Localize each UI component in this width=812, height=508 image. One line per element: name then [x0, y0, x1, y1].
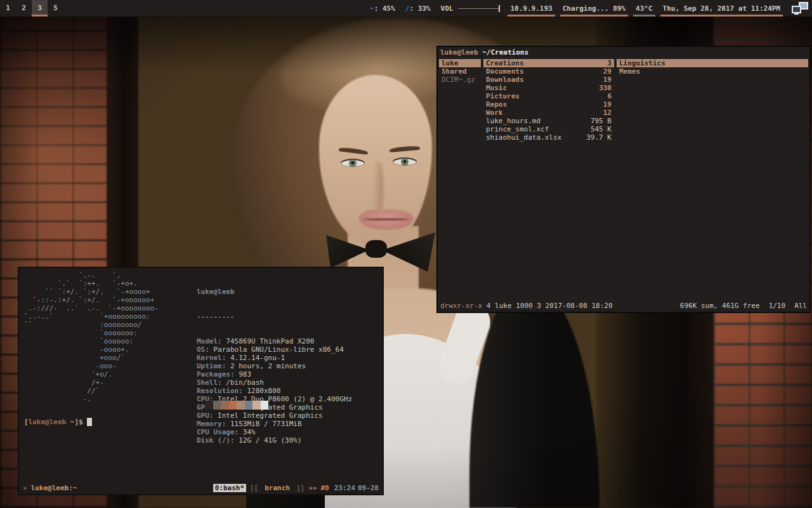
ranger-list-item[interactable]: luke: [439, 59, 481, 67]
battery-status: Charging... 89%: [558, 0, 631, 17]
ranger-entry-name: Documents: [486, 67, 524, 76]
ranger-entry-name: luke: [442, 59, 459, 67]
neofetch-info-line: Packages: 983: [197, 370, 352, 378]
ranger-position: 1/10: [769, 302, 786, 310]
neofetch-value: 34%: [239, 428, 256, 436]
ranger-status-right: 696K sum, 461G free1/10All: [680, 302, 807, 311]
ranger-list-item[interactable]: Documents29: [483, 67, 614, 76]
palette-swatch-0: [205, 401, 213, 410]
ranger-list-item[interactable]: Work12: [483, 109, 614, 117]
monitor-icon-stand: [794, 13, 799, 15]
neofetch-value: 12G / 41G (30%): [235, 436, 302, 444]
ranger-list-item[interactable]: Shared: [439, 67, 481, 76]
neofetch-info-line: Uptime: 2 hours, 2 minutes: [197, 362, 352, 370]
ranger-list-item[interactable]: prince_smol.xcf545 K: [483, 125, 614, 133]
ranger-title-user: luke@leeb: [440, 48, 482, 57]
neofetch-label: Shell:: [197, 378, 222, 387]
ranger-entry-name: Pictures: [486, 92, 520, 100]
neofetch-value: 2 hours, 2 minutes: [226, 362, 306, 370]
neofetch-label: CPU Usage:: [197, 428, 239, 436]
ranger-entry-name: shiaohui_data.xlsx: [486, 133, 561, 142]
palette-swatch-1: [213, 401, 221, 410]
ranger-entry-info: 795 B: [591, 117, 612, 125]
ranger-list-item[interactable]: luke_hours.md795 B: [483, 117, 614, 125]
neofetch-lines: Model: 745869U ThinkPad X200OS: Parabola…: [197, 337, 352, 444]
ranger-list-item[interactable]: Linguistics: [617, 59, 808, 67]
ranger-list-item[interactable]: Creations3: [483, 59, 614, 67]
neofetch-title: luke@leeb: [197, 288, 352, 296]
ranger-entry-name: Repos: [486, 100, 507, 109]
neofetch-label: Uptime:: [197, 362, 226, 370]
neofetch-info-line: Model: 745869U ThinkPad X200: [197, 337, 352, 345]
ranger-preview-column: LinguisticsMemes: [617, 59, 808, 142]
prompt-dollar: $: [79, 418, 83, 426]
ranger-entry-info: 330: [599, 84, 612, 92]
tmux-session-name: luke@leeb:~: [31, 484, 77, 492]
neofetch-value: 745869U ThinkPad X200: [222, 337, 315, 345]
ranger-list-item[interactable]: Repos19: [483, 100, 614, 109]
status-bar: 1235 ~: 45% /: 33% VOL 10.9.9.193 Chargi…: [0, 0, 812, 17]
neofetch-value: /bin/bash: [222, 378, 264, 387]
neofetch-info-line: Disk (/): 12G / 41G (30%): [197, 436, 352, 444]
neofetch-value: 983: [235, 370, 252, 378]
neofetch-label: Kernel:: [197, 354, 226, 362]
ranger-entry-info: 6: [607, 92, 612, 100]
tmux-pane-index: #0: [321, 484, 329, 492]
root-disk-usage: /: 33%: [400, 0, 436, 17]
neofetch-info-line: Memory: 1153MiB / 7731MiB: [197, 420, 352, 428]
workspace-tags: 1235: [0, 0, 63, 17]
ranger-dir-sum: 696K sum, 461G free: [680, 302, 760, 310]
volume-slider-handle[interactable]: [499, 5, 500, 12]
palette-swatch-3: [229, 401, 237, 410]
neofetch-label: Memory:: [197, 420, 226, 428]
ranger-status-left: drwxr-xr-x 4 luke 1000 3 2017-08-08 18:2…: [440, 302, 613, 311]
workspace-tag-2[interactable]: 2: [16, 0, 32, 17]
ranger-entry-info: 545 K: [591, 125, 612, 133]
neofetch-info-line: CPU Usage: 34%: [197, 428, 352, 436]
ranger-status-bar: drwxr-xr-x 4 luke 1000 3 2017-08-08 18:2…: [440, 302, 807, 311]
neofetch-title-underline: ---------: [197, 312, 352, 321]
tmux-arrow-icon: »: [23, 484, 27, 492]
neofetch-info-line: Kernel: 4.12.14-gnu-1: [197, 354, 352, 362]
shell-prompt[interactable]: [luke@leeb ~]$: [24, 418, 92, 426]
ranger-list-item[interactable]: Downloads19: [483, 76, 614, 84]
neofetch-info: luke@leeb --------- Model: 745869U Think…: [197, 271, 352, 461]
ranger-entry-name: Creations: [486, 59, 524, 67]
ranger-list-item[interactable]: Pictures6: [483, 92, 614, 100]
tmux-git-open: [[: [250, 484, 258, 492]
ranger-entry-info: 19: [603, 76, 612, 84]
ranger-file-detail: 4 luke 1000 3 2017-08-08 18:20: [482, 302, 612, 310]
ranger-parent-column: lukeSharedDCIM~.gz: [439, 59, 481, 142]
ranger-window: luke@leeb ~/Creations lukeSharedDCIM~.gz…: [436, 46, 811, 313]
prompt-open-bracket: [: [24, 418, 29, 426]
volume-slider[interactable]: [458, 8, 500, 9]
ranger-filter: All: [794, 302, 807, 310]
volume-indicator: VOL: [436, 0, 506, 17]
neofetch-ascii-logo: `.-. `. `.` `:++. `-+o+. `` `:+/. `:+/. …: [24, 271, 159, 403]
ranger-list-item[interactable]: shiaohui_data.xlsx39.7 K: [483, 133, 614, 142]
ranger-title-path: ~/Creations: [482, 48, 528, 57]
palette-swatch-7: [261, 401, 269, 410]
neofetch-label: Resolution:: [197, 387, 243, 395]
root-icon: /: [405, 4, 410, 13]
workspace-tag-3[interactable]: 3: [32, 0, 48, 17]
neofetch-info-line: OS: Parabola GNU/Linux-libre x86_64: [197, 345, 352, 354]
ranger-columns: lukeSharedDCIM~.gz Creations3Documents29…: [439, 59, 808, 142]
monitor-icon[interactable]: [792, 2, 808, 15]
ranger-title-bar: luke@leeb ~/Creations: [440, 48, 528, 57]
workspace-tag-5[interactable]: 5: [48, 0, 63, 17]
workspace-tag-1[interactable]: 1: [0, 0, 16, 17]
ranger-entry-name: Music: [486, 84, 507, 92]
tmux-window-tab[interactable]: 0:bash*: [213, 484, 246, 492]
palette-swatch-5: [245, 401, 253, 410]
neofetch-value: Intel Integrated Graphics: [214, 411, 323, 420]
ranger-list-item[interactable]: Music330: [483, 84, 614, 92]
ranger-entry-info: 19: [603, 100, 612, 109]
ranger-list-item[interactable]: DCIM~.gz: [439, 76, 481, 84]
root-usage-value: : 33%: [409, 4, 430, 13]
home-icon: ~: [370, 4, 374, 13]
ranger-entry-info: 39.7 K: [586, 133, 612, 142]
neofetch-label: Disk (/):: [197, 436, 235, 444]
ranger-list-item[interactable]: Memes: [617, 67, 808, 76]
ip-address: 10.9.9.193: [505, 0, 557, 17]
